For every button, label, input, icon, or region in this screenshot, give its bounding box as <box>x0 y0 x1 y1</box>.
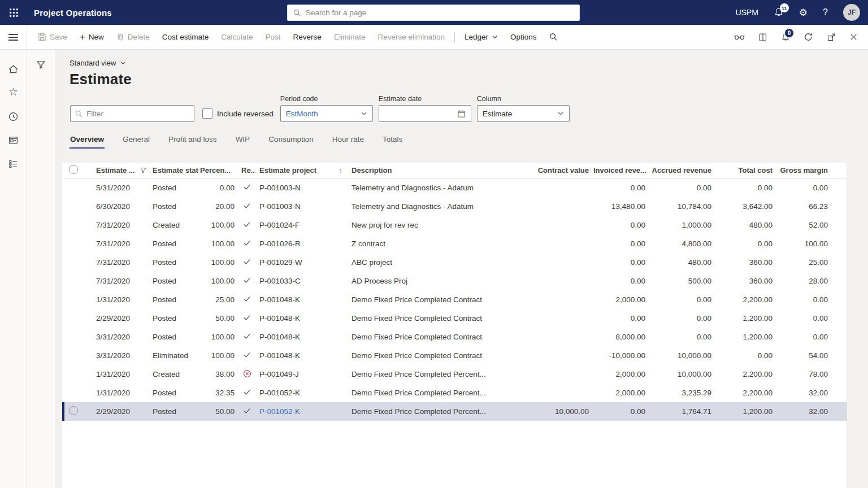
help-icon[interactable]: ? <box>823 7 828 18</box>
table-row[interactable]: 7/31/2020Posted100.00P-001029-WABC proje… <box>63 253 847 272</box>
row-select-cell[interactable] <box>63 253 85 272</box>
grid-filter-box[interactable] <box>70 105 194 122</box>
column-header-total-cost[interactable]: Total cost <box>716 163 775 178</box>
column-header-estimate-project[interactable]: Estimate project ↑ <box>255 163 346 178</box>
open-in-new-window-icon[interactable] <box>827 33 836 42</box>
tab-wip[interactable]: WIP <box>235 133 251 149</box>
table-row[interactable]: 3/31/2020Eliminated100.00P-001048-KDemo … <box>63 346 847 365</box>
row-select-cell[interactable] <box>63 234 85 253</box>
avatar[interactable]: JF <box>843 4 860 21</box>
column-header-contract-value[interactable]: Contract value <box>493 163 593 178</box>
select-all-circle[interactable] <box>69 165 78 174</box>
table-row[interactable]: 2/29/2020Posted50.00P-001048-KDemo Fixed… <box>63 309 847 328</box>
table-row[interactable]: 7/31/2020Posted100.00P-001026-RZ contrac… <box>63 234 847 253</box>
table-row[interactable]: 5/31/2020Posted0.00P-001003-NTelemetry a… <box>63 178 847 197</box>
workspaces-icon[interactable] <box>8 134 19 146</box>
project-link[interactable]: P-001049-J <box>259 370 299 378</box>
project-link[interactable]: P-001048-K <box>259 314 300 323</box>
project-link[interactable]: P-001026-R <box>259 239 301 248</box>
tab-totals[interactable]: Totals <box>382 133 403 149</box>
project-link[interactable]: P-001052-K <box>259 389 300 397</box>
chevron-down-icon <box>492 34 498 40</box>
project-link[interactable]: P-001048-K <box>259 351 300 360</box>
column-header-invoiced-revenue[interactable]: Invoiced reve... <box>593 163 650 178</box>
search-input[interactable] <box>306 8 554 17</box>
row-select-cell[interactable] <box>63 309 85 328</box>
row-select-cell[interactable] <box>63 272 85 290</box>
calendar-icon[interactable] <box>457 110 466 118</box>
column-header-reversed[interactable]: Re... <box>238 163 255 178</box>
include-reversed-checkbox[interactable] <box>202 108 212 119</box>
gear-icon[interactable]: ⚙ <box>799 8 808 18</box>
project-link[interactable]: P-001048-K <box>259 333 300 341</box>
table-row[interactable]: 1/31/2020Created38.00P-001049-JDemo Fixe… <box>63 365 847 384</box>
project-link[interactable]: P-001052-K <box>259 407 300 416</box>
select-all-header[interactable] <box>63 163 85 178</box>
row-select-cell[interactable] <box>63 197 85 216</box>
column-header-description[interactable]: Description <box>346 163 493 178</box>
column-filter-funnel-icon[interactable] <box>140 167 147 174</box>
table-row[interactable]: 2/29/2020Posted50.00P-001052-KDemo Fixed… <box>63 402 847 421</box>
filter-pane-funnel-icon[interactable] <box>33 56 49 72</box>
row-select-cell[interactable] <box>63 328 85 346</box>
grid-filter-input[interactable] <box>86 110 183 118</box>
estimate-date-field[interactable] <box>379 105 471 122</box>
project-link[interactable]: P-001033-C <box>259 277 301 285</box>
row-select-cell[interactable] <box>63 346 85 365</box>
waffle-menu-icon[interactable] <box>0 8 27 18</box>
project-link[interactable]: P-001029-W <box>259 258 302 267</box>
alerts-icon[interactable]: 0 <box>781 33 790 42</box>
book-icon[interactable] <box>758 33 767 42</box>
cell: 0.00 <box>593 402 650 421</box>
tab-overview[interactable]: Overview <box>70 133 105 149</box>
period-code-combo[interactable]: EstMonth <box>280 105 373 122</box>
search-button[interactable] <box>543 28 564 46</box>
column-combo[interactable]: Estimate <box>477 105 570 122</box>
project-link[interactable]: P-001024-F <box>259 221 300 229</box>
column-header-estimate-date[interactable]: Estimate ... <box>85 163 147 178</box>
project-link[interactable]: P-001003-N <box>259 202 301 211</box>
tab-consumption[interactable]: Consumption <box>268 133 314 149</box>
row-select-cell[interactable] <box>63 216 85 234</box>
cell: 500.00 <box>650 272 716 290</box>
column-header-percent[interactable]: Percen... <box>199 163 238 178</box>
row-select-cell[interactable] <box>63 290 85 309</box>
column-header-gross-margin[interactable]: Gross margin <box>775 163 847 178</box>
environment-label[interactable]: USPM <box>735 8 758 17</box>
table-row[interactable]: 6/30/2020Posted20.00P-001003-NTelemetry … <box>63 197 847 216</box>
global-search-box[interactable] <box>287 5 580 21</box>
reverse-button[interactable]: Reverse <box>287 28 328 46</box>
column-header-estimate-status[interactable]: Estimate status <box>147 163 199 178</box>
refresh-icon[interactable] <box>804 32 813 42</box>
hamburger-menu-icon[interactable] <box>0 25 27 50</box>
favorites-star-icon[interactable]: ☆ <box>8 86 18 97</box>
table-row[interactable]: 1/31/2020Posted25.00P-001048-KDemo Fixed… <box>63 290 847 309</box>
tab-profit-and-loss[interactable]: Profit and loss <box>168 133 218 149</box>
column-header-accrued-revenue[interactable]: Accrued revenue <box>650 163 716 178</box>
table-row[interactable]: 1/31/2020Posted32.35P-001052-KDemo Fixed… <box>63 384 847 402</box>
row-select-cell[interactable] <box>63 402 85 421</box>
cell: 3/31/2020 <box>85 346 147 365</box>
tab-general[interactable]: General <box>122 133 150 149</box>
row-select-cell[interactable] <box>63 365 85 384</box>
modules-list-icon[interactable] <box>8 158 19 169</box>
ledger-button[interactable]: Ledger <box>458 28 504 46</box>
table-row[interactable]: 3/31/2020Posted100.00P-001048-KDemo Fixe… <box>63 328 847 346</box>
project-link[interactable]: P-001003-N <box>259 184 301 192</box>
table-row[interactable]: 7/31/2020Created100.00P-001024-FNew proj… <box>63 216 847 234</box>
row-radio-circle[interactable] <box>69 406 78 415</box>
recent-clock-icon[interactable] <box>8 111 19 122</box>
cost-estimate-button[interactable]: Cost estimate <box>156 28 215 46</box>
bell-icon[interactable]: 11 <box>774 7 784 18</box>
glasses-icon[interactable] <box>734 33 745 41</box>
options-button[interactable]: Options <box>504 28 543 46</box>
row-select-cell[interactable] <box>63 178 85 197</box>
table-row[interactable]: 7/31/2020Posted100.00P-001033-CAD Proces… <box>63 272 847 290</box>
home-icon[interactable] <box>8 63 19 75</box>
new-button[interactable]: +New <box>73 28 110 46</box>
close-icon[interactable] <box>849 33 858 41</box>
row-select-cell[interactable] <box>63 384 85 402</box>
tab-hour-rate[interactable]: Hour rate <box>332 133 364 149</box>
view-selector[interactable]: Standard view <box>70 59 126 67</box>
project-link[interactable]: P-001048-K <box>259 295 300 304</box>
